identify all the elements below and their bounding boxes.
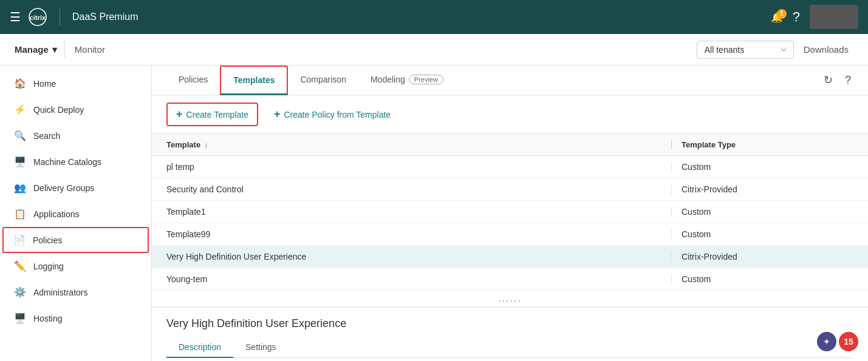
sidebar-label-delivery-groups: Delivery Groups	[33, 183, 94, 193]
sidebar-label-search: Search	[33, 131, 60, 141]
tab-policies-label: Policies	[179, 75, 208, 84]
svg-text:citrix: citrix	[30, 14, 46, 21]
cell-template-name: Security and Control	[166, 184, 671, 194]
cell-template-type: Custom	[671, 207, 853, 217]
detail-panel: Very High Definition User Experience Des…	[152, 307, 868, 361]
detail-title: Very High Definition User Experience	[166, 317, 853, 330]
monitor-button[interactable]: Monitor	[64, 41, 115, 58]
delivery-groups-icon: 👥	[14, 182, 26, 194]
cell-template-name: Young-tem	[166, 274, 671, 284]
notification-button[interactable]: 🔔 1	[771, 12, 783, 23]
sidebar-item-policies[interactable]: 📄 Policies	[2, 227, 149, 253]
detail-tab-settings[interactable]: Settings	[233, 337, 289, 358]
help-icon[interactable]: ?	[793, 9, 800, 25]
create-policy-from-template-button[interactable]: + Create Policy from Template	[265, 104, 399, 125]
tab-templates[interactable]: Templates	[220, 66, 288, 95]
downloads-label: Downloads	[804, 44, 849, 55]
table-header: Template ↓ Template Type	[152, 134, 868, 156]
manage-button[interactable]: Manage ▾	[10, 41, 64, 59]
sidebar-item-hosting[interactable]: 🖥️ Hosting	[0, 305, 151, 331]
sidebar-item-administrators[interactable]: ⚙️ Administrators	[0, 279, 151, 305]
cell-template-name: Template1	[166, 207, 671, 217]
nav-divider	[60, 8, 60, 25]
tab-templates-label: Templates	[233, 75, 275, 85]
cell-template-name: pl temp	[166, 162, 671, 172]
quick-deploy-icon: ⚡	[14, 104, 26, 115]
table-row[interactable]: Template99 Custom	[152, 223, 868, 246]
tabs-bar: Policies Templates Comparison Modeling P…	[152, 66, 868, 95]
header-template-type: Template Type	[671, 140, 853, 149]
sidebar-label-policies: Policies	[33, 235, 62, 245]
tab-comparison[interactable]: Comparison	[288, 66, 358, 95]
sort-icon[interactable]: ↓	[204, 141, 208, 149]
sidebar-label-administrators: Administrators	[33, 288, 87, 297]
more-dots: ......	[498, 293, 522, 303]
sidebar-label-home: Home	[33, 79, 56, 89]
tabs-help-button[interactable]: ?	[842, 72, 853, 89]
more-indicator: ......	[152, 291, 868, 307]
downloads-button[interactable]: Downloads	[794, 41, 858, 58]
tab-modeling[interactable]: Modeling Preview	[358, 66, 456, 95]
manage-chevron-icon: ▾	[52, 44, 57, 55]
user-avatar[interactable]	[810, 5, 858, 29]
table-row[interactable]: Template1 Custom	[152, 201, 868, 223]
table-row[interactable]: Security and Control Citrix-Provided	[152, 178, 868, 201]
sidebar-item-machine-catalogs[interactable]: 🖥️ Machine Catalogs	[0, 149, 151, 175]
cell-template-type: Citrix-Provided	[671, 184, 853, 194]
cell-template-type: Custom	[671, 229, 853, 239]
tab-modeling-content: Modeling Preview	[371, 75, 443, 84]
sidebar-label-applications: Applications	[33, 209, 80, 219]
machine-catalogs-icon: 🖥️	[14, 156, 26, 167]
create-policy-plus-icon: +	[274, 108, 281, 121]
help-fab-button[interactable]: ✦	[817, 332, 836, 351]
app-title: DaaS Premium	[72, 12, 138, 22]
detail-tab-description-label: Description	[179, 342, 221, 352]
detail-tab-description[interactable]: Description	[166, 337, 233, 358]
administrators-icon: ⚙️	[14, 286, 26, 298]
notification-count-badge[interactable]: 15	[839, 332, 858, 351]
sidebar-label-logging: Logging	[33, 261, 64, 271]
citrix-logo: citrix	[28, 7, 47, 27]
cell-template-type: Custom	[671, 274, 853, 284]
home-icon: 🏠	[14, 78, 26, 89]
nav-right: 🔔 1 ?	[771, 5, 858, 29]
logging-icon: ✏️	[14, 260, 26, 272]
tabs-actions: ↻ ?	[821, 71, 853, 89]
table-row[interactable]: Young-tem Custom	[152, 268, 868, 291]
table-row[interactable]: pl temp Custom	[152, 156, 868, 178]
cell-template-type: Citrix-Provided	[671, 252, 853, 261]
create-policy-label: Create Policy from Template	[284, 110, 391, 120]
hamburger-menu[interactable]: ☰	[10, 10, 21, 24]
notification-badge: 1	[777, 9, 787, 19]
header-template: Template ↓	[166, 140, 671, 149]
detail-tab-settings-label: Settings	[245, 342, 276, 352]
tab-policies[interactable]: Policies	[166, 66, 220, 95]
table-row-selected[interactable]: Very High Definition User Experience Cit…	[152, 246, 868, 268]
cell-template-name: Template99	[166, 229, 671, 239]
sidebar-item-applications[interactable]: 📋 Applications	[0, 201, 151, 227]
sidebar-item-quick-deploy[interactable]: ⚡ Quick Deploy	[0, 96, 151, 123]
detail-tabs: Description Settings	[166, 337, 853, 358]
create-template-label: Create Template	[186, 110, 248, 120]
create-template-button[interactable]: + Create Template	[166, 103, 258, 126]
manage-label: Manage	[15, 44, 49, 55]
content-area: Policies Templates Comparison Modeling P…	[152, 66, 868, 361]
main-layout: 🏠 Home ⚡ Quick Deploy 🔍 Search 🖥️ Machin…	[0, 66, 868, 361]
monitor-label: Monitor	[75, 44, 105, 55]
refresh-button[interactable]: ↻	[821, 71, 835, 89]
tab-modeling-label: Modeling	[371, 75, 405, 84]
sidebar-item-home[interactable]: 🏠 Home	[0, 70, 151, 96]
top-nav: ☰ citrix DaaS Premium 🔔 1 ?	[0, 0, 868, 34]
sidebar-item-delivery-groups[interactable]: 👥 Delivery Groups	[0, 175, 151, 201]
help-fab-icon: ✦	[823, 337, 830, 346]
create-template-plus-icon: +	[176, 108, 183, 121]
applications-icon: 📋	[14, 208, 26, 220]
header-template-type-label: Template Type	[682, 140, 736, 149]
sidebar-item-search[interactable]: 🔍 Search	[0, 123, 151, 149]
hosting-icon: 🖥️	[14, 312, 26, 324]
sidebar-item-logging[interactable]: ✏️ Logging	[0, 253, 151, 279]
secondary-nav: Manage ▾ Monitor All tenants Downloads	[0, 34, 868, 66]
header-template-label: Template	[166, 140, 200, 149]
tenant-selector[interactable]: All tenants	[697, 41, 794, 59]
sidebar-label-hosting: Hosting	[33, 314, 62, 323]
